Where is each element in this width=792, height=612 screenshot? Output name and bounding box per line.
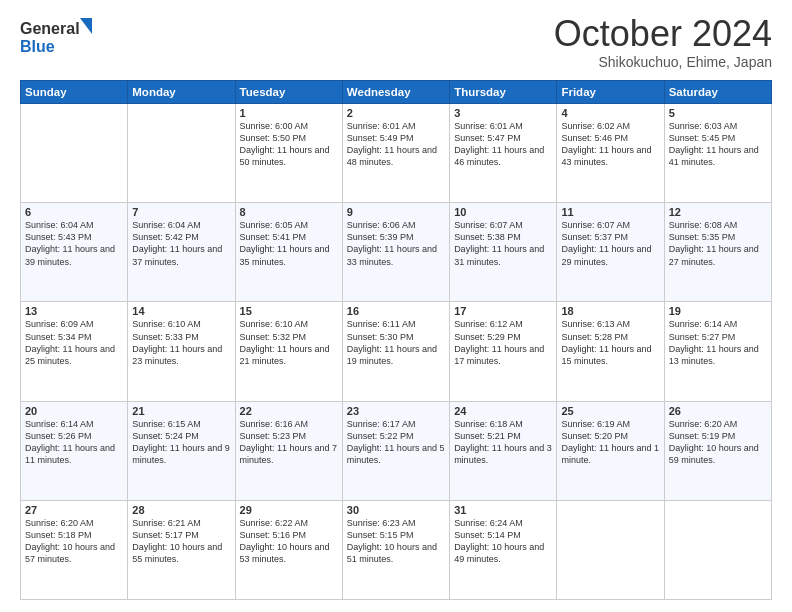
- calendar-cell: 3Sunrise: 6:01 AMSunset: 5:47 PMDaylight…: [450, 104, 557, 203]
- cell-info: Sunrise: 6:07 AMSunset: 5:38 PMDaylight:…: [454, 219, 552, 268]
- calendar-cell: 1Sunrise: 6:00 AMSunset: 5:50 PMDaylight…: [235, 104, 342, 203]
- day-header-tuesday: Tuesday: [235, 81, 342, 104]
- calendar-cell: 10Sunrise: 6:07 AMSunset: 5:38 PMDayligh…: [450, 203, 557, 302]
- calendar-cell: 26Sunrise: 6:20 AMSunset: 5:19 PMDayligh…: [664, 401, 771, 500]
- calendar: SundayMondayTuesdayWednesdayThursdayFrid…: [20, 80, 772, 600]
- calendar-cell: 31Sunrise: 6:24 AMSunset: 5:14 PMDayligh…: [450, 500, 557, 599]
- calendar-cell: 24Sunrise: 6:18 AMSunset: 5:21 PMDayligh…: [450, 401, 557, 500]
- calendar-cell: 6Sunrise: 6:04 AMSunset: 5:43 PMDaylight…: [21, 203, 128, 302]
- calendar-cell: 23Sunrise: 6:17 AMSunset: 5:22 PMDayligh…: [342, 401, 449, 500]
- cell-info: Sunrise: 6:00 AMSunset: 5:50 PMDaylight:…: [240, 120, 338, 169]
- calendar-cell: 14Sunrise: 6:10 AMSunset: 5:33 PMDayligh…: [128, 302, 235, 401]
- calendar-week-4: 20Sunrise: 6:14 AMSunset: 5:26 PMDayligh…: [21, 401, 772, 500]
- calendar-cell: 29Sunrise: 6:22 AMSunset: 5:16 PMDayligh…: [235, 500, 342, 599]
- calendar-cell: 11Sunrise: 6:07 AMSunset: 5:37 PMDayligh…: [557, 203, 664, 302]
- cell-info: Sunrise: 6:13 AMSunset: 5:28 PMDaylight:…: [561, 318, 659, 367]
- day-number: 30: [347, 504, 445, 516]
- calendar-cell: 20Sunrise: 6:14 AMSunset: 5:26 PMDayligh…: [21, 401, 128, 500]
- calendar-cell: 7Sunrise: 6:04 AMSunset: 5:42 PMDaylight…: [128, 203, 235, 302]
- day-header-wednesday: Wednesday: [342, 81, 449, 104]
- cell-info: Sunrise: 6:04 AMSunset: 5:42 PMDaylight:…: [132, 219, 230, 268]
- calendar-cell: 5Sunrise: 6:03 AMSunset: 5:45 PMDaylight…: [664, 104, 771, 203]
- svg-text:Blue: Blue: [20, 38, 55, 55]
- cell-info: Sunrise: 6:14 AMSunset: 5:27 PMDaylight:…: [669, 318, 767, 367]
- cell-info: Sunrise: 6:20 AMSunset: 5:19 PMDaylight:…: [669, 418, 767, 467]
- cell-info: Sunrise: 6:03 AMSunset: 5:45 PMDaylight:…: [669, 120, 767, 169]
- calendar-cell: 4Sunrise: 6:02 AMSunset: 5:46 PMDaylight…: [557, 104, 664, 203]
- day-number: 3: [454, 107, 552, 119]
- cell-info: Sunrise: 6:15 AMSunset: 5:24 PMDaylight:…: [132, 418, 230, 467]
- day-number: 17: [454, 305, 552, 317]
- calendar-cell: 22Sunrise: 6:16 AMSunset: 5:23 PMDayligh…: [235, 401, 342, 500]
- day-number: 16: [347, 305, 445, 317]
- calendar-cell: 17Sunrise: 6:12 AMSunset: 5:29 PMDayligh…: [450, 302, 557, 401]
- cell-info: Sunrise: 6:16 AMSunset: 5:23 PMDaylight:…: [240, 418, 338, 467]
- day-number: 31: [454, 504, 552, 516]
- calendar-cell: 27Sunrise: 6:20 AMSunset: 5:18 PMDayligh…: [21, 500, 128, 599]
- calendar-cell: 16Sunrise: 6:11 AMSunset: 5:30 PMDayligh…: [342, 302, 449, 401]
- day-number: 27: [25, 504, 123, 516]
- calendar-cell: 18Sunrise: 6:13 AMSunset: 5:28 PMDayligh…: [557, 302, 664, 401]
- cell-info: Sunrise: 6:02 AMSunset: 5:46 PMDaylight:…: [561, 120, 659, 169]
- calendar-week-1: 1Sunrise: 6:00 AMSunset: 5:50 PMDaylight…: [21, 104, 772, 203]
- day-number: 26: [669, 405, 767, 417]
- day-header-friday: Friday: [557, 81, 664, 104]
- logo: GeneralBlue: [20, 16, 100, 56]
- cell-info: Sunrise: 6:01 AMSunset: 5:47 PMDaylight:…: [454, 120, 552, 169]
- day-header-thursday: Thursday: [450, 81, 557, 104]
- calendar-cell: 9Sunrise: 6:06 AMSunset: 5:39 PMDaylight…: [342, 203, 449, 302]
- cell-info: Sunrise: 6:01 AMSunset: 5:49 PMDaylight:…: [347, 120, 445, 169]
- day-number: 5: [669, 107, 767, 119]
- calendar-cell: 25Sunrise: 6:19 AMSunset: 5:20 PMDayligh…: [557, 401, 664, 500]
- cell-info: Sunrise: 6:17 AMSunset: 5:22 PMDaylight:…: [347, 418, 445, 467]
- day-number: 15: [240, 305, 338, 317]
- day-number: 6: [25, 206, 123, 218]
- location: Shikokuchuo, Ehime, Japan: [554, 54, 772, 70]
- day-number: 8: [240, 206, 338, 218]
- cell-info: Sunrise: 6:05 AMSunset: 5:41 PMDaylight:…: [240, 219, 338, 268]
- day-number: 1: [240, 107, 338, 119]
- cell-info: Sunrise: 6:21 AMSunset: 5:17 PMDaylight:…: [132, 517, 230, 566]
- day-number: 22: [240, 405, 338, 417]
- day-header-saturday: Saturday: [664, 81, 771, 104]
- day-number: 19: [669, 305, 767, 317]
- day-number: 21: [132, 405, 230, 417]
- day-number: 4: [561, 107, 659, 119]
- calendar-cell: 28Sunrise: 6:21 AMSunset: 5:17 PMDayligh…: [128, 500, 235, 599]
- cell-info: Sunrise: 6:08 AMSunset: 5:35 PMDaylight:…: [669, 219, 767, 268]
- cell-info: Sunrise: 6:09 AMSunset: 5:34 PMDaylight:…: [25, 318, 123, 367]
- cell-info: Sunrise: 6:10 AMSunset: 5:33 PMDaylight:…: [132, 318, 230, 367]
- day-number: 10: [454, 206, 552, 218]
- cell-info: Sunrise: 6:14 AMSunset: 5:26 PMDaylight:…: [25, 418, 123, 467]
- calendar-week-5: 27Sunrise: 6:20 AMSunset: 5:18 PMDayligh…: [21, 500, 772, 599]
- day-number: 23: [347, 405, 445, 417]
- cell-info: Sunrise: 6:23 AMSunset: 5:15 PMDaylight:…: [347, 517, 445, 566]
- header-right: October 2024 Shikokuchuo, Ehime, Japan: [554, 16, 772, 70]
- day-number: 28: [132, 504, 230, 516]
- day-number: 20: [25, 405, 123, 417]
- day-number: 25: [561, 405, 659, 417]
- day-number: 12: [669, 206, 767, 218]
- calendar-cell: 8Sunrise: 6:05 AMSunset: 5:41 PMDaylight…: [235, 203, 342, 302]
- cell-info: Sunrise: 6:22 AMSunset: 5:16 PMDaylight:…: [240, 517, 338, 566]
- month-title: October 2024: [554, 16, 772, 52]
- day-number: 11: [561, 206, 659, 218]
- calendar-week-2: 6Sunrise: 6:04 AMSunset: 5:43 PMDaylight…: [21, 203, 772, 302]
- day-number: 18: [561, 305, 659, 317]
- logo-icon: GeneralBlue: [20, 16, 100, 56]
- cell-info: Sunrise: 6:11 AMSunset: 5:30 PMDaylight:…: [347, 318, 445, 367]
- cell-info: Sunrise: 6:20 AMSunset: 5:18 PMDaylight:…: [25, 517, 123, 566]
- calendar-cell: 15Sunrise: 6:10 AMSunset: 5:32 PMDayligh…: [235, 302, 342, 401]
- calendar-cell: 2Sunrise: 6:01 AMSunset: 5:49 PMDaylight…: [342, 104, 449, 203]
- day-header-sunday: Sunday: [21, 81, 128, 104]
- day-header-monday: Monday: [128, 81, 235, 104]
- day-number: 24: [454, 405, 552, 417]
- cell-info: Sunrise: 6:04 AMSunset: 5:43 PMDaylight:…: [25, 219, 123, 268]
- cell-info: Sunrise: 6:07 AMSunset: 5:37 PMDaylight:…: [561, 219, 659, 268]
- calendar-cell: 13Sunrise: 6:09 AMSunset: 5:34 PMDayligh…: [21, 302, 128, 401]
- page: GeneralBlue October 2024 Shikokuchuo, Eh…: [0, 0, 792, 612]
- day-number: 29: [240, 504, 338, 516]
- calendar-cell: 30Sunrise: 6:23 AMSunset: 5:15 PMDayligh…: [342, 500, 449, 599]
- day-number: 9: [347, 206, 445, 218]
- calendar-cell: 12Sunrise: 6:08 AMSunset: 5:35 PMDayligh…: [664, 203, 771, 302]
